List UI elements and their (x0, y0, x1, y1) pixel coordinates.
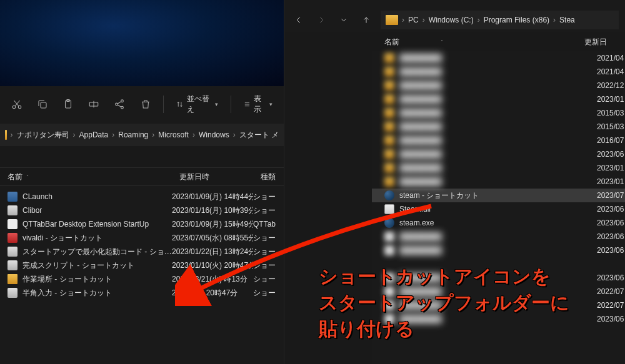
recent-button[interactable] (333, 11, 354, 29)
file-row[interactable]: steam - ショートカット2023/07 (372, 189, 625, 202)
column-header-name[interactable]: 名前 ˄ (0, 172, 172, 182)
file-list-right: ████████2021/04████████2021/04████████20… (372, 51, 625, 364)
file-list-left: CLaunch2023/01/09(月) 14時44分ショートカッClibor2… (0, 186, 284, 303)
file-row[interactable]: CLaunch2023/01/09(月) 14時44分ショートカッ (0, 190, 284, 204)
file-name: ████████ (399, 287, 597, 296)
file-date: 2022/12 (597, 81, 625, 90)
file-icon (384, 177, 394, 187)
column-name-label: 名前 (8, 172, 22, 182)
breadcrumb-left[interactable]: › ナポリタン寿司 › AppData › Roaming › Microsof… (0, 124, 284, 146)
file-name: ████████ (399, 109, 597, 117)
file-name: ████████ (399, 164, 597, 172)
chevron-right-icon: › (151, 130, 156, 139)
file-row[interactable]: ████████2015/03 (372, 106, 625, 120)
file-date: 2023/06 (597, 219, 625, 227)
file-name: ████████ (399, 81, 597, 90)
file-name: 半角入力 - ショートカット (22, 288, 172, 298)
file-row[interactable]: ████████2023/01 (372, 161, 625, 175)
crumb[interactable]: Stea (557, 16, 578, 24)
file-date: 2023/01/09(月) 15時49分 (172, 219, 253, 230)
file-name: steam - ショートカット (399, 190, 597, 201)
navigation-pane[interactable] (284, 32, 372, 364)
file-icon (384, 232, 394, 242)
file-date: 2023/01 (597, 164, 625, 172)
file-row[interactable]: Clibor2023/01/16(月) 10時39分ショートカッ (0, 204, 284, 217)
sort-caret-icon: ˄ (26, 174, 29, 180)
file-row[interactable]: ████████2023/01 (372, 175, 625, 189)
file-date: 2023/01/09(月) 14時44分 (172, 192, 253, 202)
file-row[interactable]: ████████2023/06 (372, 230, 625, 243)
file-icon (384, 245, 394, 255)
file-date: 2023/06 (597, 232, 625, 241)
chevron-right-icon: › (111, 130, 116, 139)
up-button[interactable] (356, 11, 377, 29)
file-row[interactable]: ████████2021/04 (372, 65, 625, 79)
crumb[interactable]: Roaming (116, 130, 151, 139)
file-type: ショートカッ (253, 192, 276, 202)
file-row[interactable]: ████████2021/04 (372, 51, 625, 65)
chevron-right-icon: › (552, 16, 557, 24)
delete-button[interactable] (134, 93, 157, 116)
file-name: CLaunch (22, 192, 172, 201)
file-row[interactable]: vivaldi - ショートカット2023/07/05(水) 08時55分ショー… (0, 231, 284, 245)
share-button[interactable] (108, 93, 131, 116)
file-row[interactable]: ████████2023/06 (372, 147, 625, 161)
svg-point-8 (121, 106, 124, 109)
forward-button[interactable] (311, 11, 332, 29)
crumb[interactable]: Program Files (x86) (481, 16, 552, 24)
paste-button[interactable] (56, 93, 79, 116)
file-row[interactable]: ████████2016/07 (372, 134, 625, 147)
file-row[interactable]: QTTabBar Desktop Extension StartUp2023/0… (0, 217, 284, 231)
file-row[interactable]: ████████2022/07 (372, 298, 625, 312)
file-row[interactable]: Steam.dll2023/06 (372, 202, 625, 216)
rename-button[interactable] (82, 93, 106, 116)
file-row[interactable]: ████████2022/12 (372, 79, 625, 92)
file-row[interactable]: steam.exe2023/06 (372, 216, 625, 230)
file-name: 作業場所 - ショートカット (22, 274, 172, 285)
file-name: ████████ (399, 136, 597, 145)
file-row[interactable]: ████████2015/03 (372, 120, 625, 134)
sort-button[interactable]: 並べ替え ▾ (170, 93, 224, 116)
svg-rect-2 (41, 102, 46, 108)
column-header-date[interactable]: 更新日時 (172, 172, 253, 182)
cut-button[interactable] (5, 93, 28, 116)
file-row[interactable]: 作業場所 - ショートカット2023/03/21(火) 時13分ショートカッ (0, 272, 284, 286)
file-row[interactable]: 半角入力 - ショートカット2023/ / ( ) 20時47分ショートカッ (0, 286, 284, 300)
file-icon (8, 192, 18, 202)
copy-button[interactable] (31, 93, 54, 116)
file-row[interactable]: ████████2023/01 (372, 92, 625, 106)
column-header-name[interactable]: 名前 ˄ (372, 37, 584, 47)
crumb[interactable]: Microsoft (156, 130, 191, 139)
file-row[interactable]: ████████2023/06 (372, 312, 625, 326)
column-header-type[interactable]: 種類 (253, 172, 284, 182)
column-date-label: 更新日 (584, 37, 607, 46)
file-name: ████████ (399, 301, 597, 310)
column-name-label: 名前 (384, 37, 399, 47)
file-icon (384, 163, 394, 173)
crumb[interactable]: Windows (196, 130, 232, 139)
back-button[interactable] (288, 11, 309, 29)
file-date: 2023/01 (597, 177, 625, 186)
file-row[interactable]: ████████2022/07 (372, 285, 625, 298)
crumb[interactable]: スタート メ (237, 130, 281, 140)
file-icon (8, 288, 18, 298)
file-icon (384, 149, 394, 159)
column-header-date[interactable]: 更新日 (584, 37, 625, 47)
chevron-right-icon: › (191, 130, 196, 139)
crumb[interactable]: ナポリタン寿司 (14, 130, 72, 140)
file-date: 2015/03 (597, 109, 625, 117)
address-bar-right[interactable]: › PC › Windows (C:) › Program Files (x86… (381, 11, 619, 29)
file-name: Clibor (22, 206, 172, 215)
crumb[interactable]: Windows (C:) (426, 16, 476, 24)
file-row[interactable]: ████████2023/06 (372, 243, 625, 257)
file-type: QTTabBa (253, 220, 276, 229)
view-button[interactable]: 表示 ▾ (238, 93, 279, 116)
crumb[interactable]: AppData (77, 130, 111, 139)
file-row[interactable]: 完成スクリプト - ショートカット2023/01/10(火) 20時47分ショー… (0, 258, 284, 272)
file-row[interactable]: スタートアップで最小化起動コード - ショートカット2023/01/22(日) … (0, 245, 284, 258)
file-type: ショートカッ (253, 233, 276, 243)
file-name: 完成スクリプト - ショートカット (22, 260, 172, 271)
crumb[interactable]: PC (406, 16, 421, 24)
file-row[interactable]: ████████2023/06 (372, 271, 625, 285)
file-date: 2023/07/05(水) 08時55分 (172, 233, 253, 243)
